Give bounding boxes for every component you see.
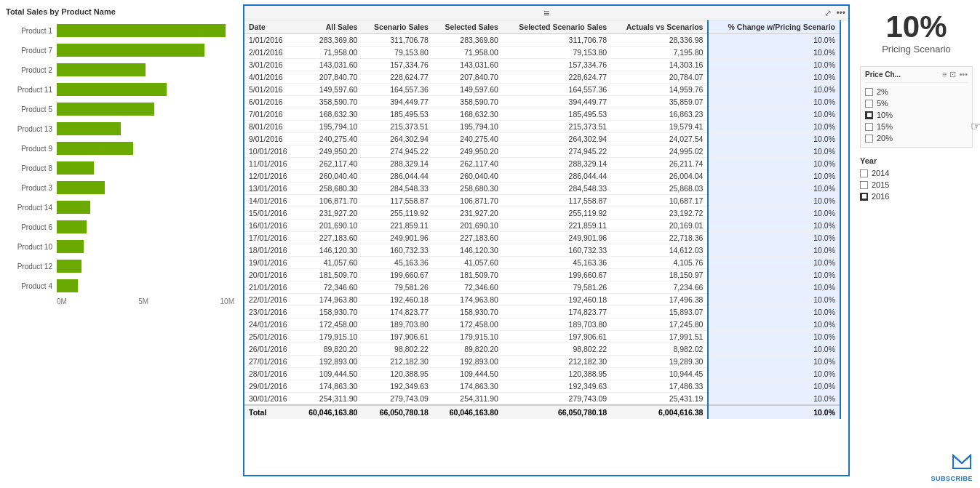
expand-icon[interactable]: ⤢ <box>824 8 832 18</box>
table-cell: 8/01/2016 <box>244 121 298 133</box>
bar-container <box>57 260 234 273</box>
table-cell: 106,871.70 <box>298 195 362 207</box>
table-cell: 168,632.30 <box>298 108 362 121</box>
bar-container <box>57 103 234 116</box>
table-cell: 28,336.98 <box>611 34 708 47</box>
table-cell: 10.0% <box>708 368 840 380</box>
table-cell: 221,859.11 <box>503 220 611 232</box>
table-panel: ≡ ⤢ ••• DateAll SalesScenario SalesSelec… <box>240 0 853 488</box>
price-more-icon[interactable]: ••• <box>959 70 968 79</box>
checkbox[interactable] <box>865 123 873 131</box>
table-cell: 286,044.44 <box>503 170 611 183</box>
table-cell: 35,859.07 <box>611 96 708 108</box>
table-cell: 17,245.80 <box>611 319 708 331</box>
table-cell: 79,581.26 <box>362 281 432 294</box>
bar-container <box>57 201 234 214</box>
chart-view-icon[interactable]: ⊡ <box>949 70 956 79</box>
table-cell: 10.0% <box>708 183 840 195</box>
checkbox[interactable] <box>860 193 868 201</box>
table-cell: 181,509.70 <box>433 269 503 281</box>
table-cell: 10.0% <box>708 158 840 170</box>
bar-row: Product 11 <box>6 81 234 98</box>
bar <box>57 240 84 253</box>
table-cell: 25,868.03 <box>611 183 708 195</box>
bar-label: Product 11 <box>6 86 57 94</box>
price-filter-item[interactable]: 2% <box>865 86 968 97</box>
table-scroll-area[interactable]: DateAll SalesScenario SalesSelected Sale… <box>244 20 848 475</box>
table-view-icon[interactable]: ≡ <box>942 70 947 79</box>
price-filter-item[interactable]: 5% <box>865 97 968 109</box>
table-cell: 4/01/2016 <box>244 71 298 84</box>
table-cell: 192,349.63 <box>503 380 611 393</box>
table-cell: 174,823.77 <box>362 306 432 319</box>
table-cell: 10.0% <box>708 170 840 183</box>
checkbox[interactable] <box>860 181 868 189</box>
table-row: 20/01/2016181,509.70199,660.67181,509.70… <box>244 269 840 281</box>
table-cell: 7,195.80 <box>611 47 708 59</box>
table-cell: 8,982.02 <box>611 343 708 356</box>
table-row: 1/01/2016283,369.80311,706.78283,369.803… <box>244 34 840 47</box>
table-cell: 15/01/2016 <box>244 207 298 220</box>
checkbox[interactable] <box>865 88 873 96</box>
table-cell: 21/01/2016 <box>244 281 298 294</box>
table-cell: 10.0% <box>708 281 840 294</box>
data-table-wrapper: ≡ ⤢ ••• DateAll SalesScenario SalesSelec… <box>243 4 850 476</box>
kpi-card: 10% Pricing Scenario <box>860 6 973 57</box>
year-filter-item[interactable]: 2014 <box>860 167 973 179</box>
table-footer-row: Total60,046,163.8066,050,780.1860,046,16… <box>244 405 840 419</box>
table-cell: 14,959.76 <box>611 84 708 96</box>
bar-label: Product 9 <box>6 145 57 153</box>
table-cell: 22/01/2016 <box>244 294 298 306</box>
checkbox[interactable] <box>865 111 873 119</box>
table-cell: 19,579.41 <box>611 121 708 133</box>
bar <box>57 63 146 76</box>
table-cell: 228,624.77 <box>362 71 432 84</box>
more-options-icon[interactable]: ••• <box>836 8 845 18</box>
data-table: DateAll SalesScenario SalesSelected Sale… <box>244 20 841 419</box>
table-cell: 120,388.95 <box>503 368 611 380</box>
table-row: 10/01/2016249,950.20274,945.22249,950.20… <box>244 145 840 158</box>
bar-row: Product 12 <box>6 257 234 275</box>
table-cell: 258,680.30 <box>298 183 362 195</box>
table-cell: 10/01/2016 <box>244 145 298 158</box>
price-filter-card: Price Ch... ≡ ⊡ ••• 2%5%10%15%20% <box>860 66 973 148</box>
right-panel: 10% Pricing Scenario Price Ch... ≡ ⊡ •••… <box>853 0 980 488</box>
table-cell: 19/01/2016 <box>244 257 298 269</box>
table-cell: 283,369.80 <box>433 34 503 47</box>
table-cell: 199,660.67 <box>362 269 432 281</box>
bar-label: Product 4 <box>6 282 57 290</box>
table-cell: 249,901.96 <box>362 232 432 244</box>
table-cell: 143,031.60 <box>433 59 503 71</box>
price-filter-item[interactable]: 20% <box>865 132 968 144</box>
price-filter-item[interactable]: 10% <box>865 109 968 121</box>
filter-label: 10% <box>877 111 893 119</box>
year-filter-item[interactable]: 2015 <box>860 179 973 191</box>
table-cell: 160,732.33 <box>362 244 432 257</box>
footer-cell: 60,046,163.80 <box>298 405 362 419</box>
bar-label: Product 10 <box>6 243 57 251</box>
subscribe-text[interactable]: SUBSCRIBE <box>931 475 973 482</box>
table-cell: 264,302.94 <box>362 133 432 145</box>
checkbox[interactable] <box>860 169 868 177</box>
table-cell: 254,311.90 <box>433 393 503 406</box>
table-row: 18/01/2016146,120.30160,732.33146,120.30… <box>244 244 840 257</box>
table-cell: 1/01/2016 <box>244 34 298 47</box>
year-filter-item[interactable]: 2016 <box>860 191 973 202</box>
table-cell: 30/01/2016 <box>244 393 298 406</box>
table-cell: 10.0% <box>708 133 840 145</box>
year-label-text: 2014 <box>872 169 889 177</box>
checkbox[interactable] <box>865 135 873 143</box>
price-filter-icons: ≡ ⊡ ••• <box>942 70 968 79</box>
table-cell: 79,581.26 <box>503 281 611 294</box>
table-row: 5/01/2016149,597.60164,557.36149,597.601… <box>244 84 840 96</box>
table-cell: 106,871.70 <box>433 195 503 207</box>
table-top-icons: ⤢ ••• <box>824 8 845 18</box>
price-filter-item[interactable]: 15% <box>865 121 968 132</box>
table-cell: 274,945.22 <box>503 145 611 158</box>
table-cell: 45,163.36 <box>362 257 432 269</box>
table-cell: 14,612.03 <box>611 244 708 257</box>
table-cell: 10.0% <box>708 306 840 319</box>
footer-cell: 66,050,780.18 <box>503 405 611 419</box>
col-header-1: All Sales <box>298 20 362 34</box>
checkbox[interactable] <box>865 100 873 108</box>
